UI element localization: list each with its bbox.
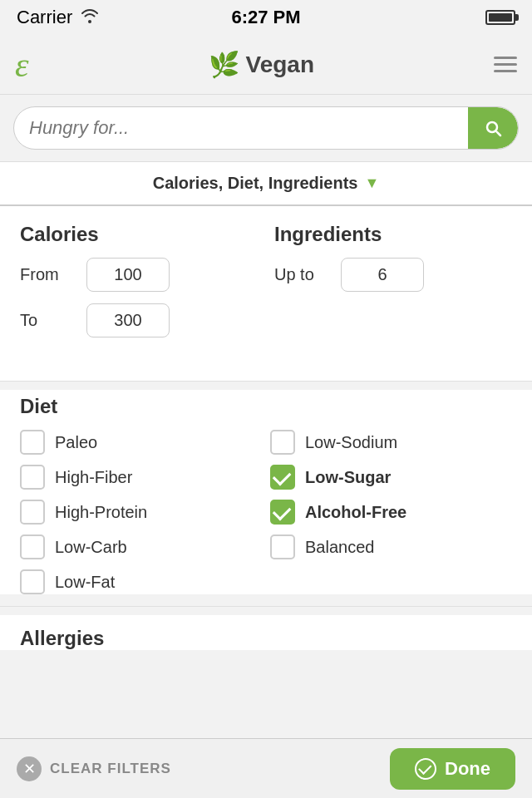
calories-to-row: To bbox=[20, 303, 258, 337]
filter-content: Calories From To Ingredients Up to bbox=[0, 206, 532, 381]
calories-from-row: From bbox=[20, 258, 258, 292]
search-container bbox=[0, 95, 532, 162]
checkbox-paleo bbox=[20, 430, 45, 455]
calories-to-input[interactable] bbox=[86, 303, 170, 337]
diet-item-low-sugar[interactable]: Low-Sugar bbox=[270, 465, 512, 490]
divider-1 bbox=[0, 381, 532, 382]
diet-label-high-protein: High-Protein bbox=[55, 503, 147, 522]
checkbox-low-fat bbox=[20, 569, 45, 594]
diet-item-high-protein[interactable]: High-Protein bbox=[20, 500, 262, 525]
diet-item-low-fat[interactable]: Low-Fat bbox=[20, 569, 262, 594]
search-button[interactable] bbox=[468, 107, 518, 149]
header: ε 🌿 Vegan bbox=[0, 35, 532, 95]
search-bar bbox=[13, 106, 519, 150]
calories-from-label: From bbox=[20, 265, 86, 284]
diet-section: Diet Paleo Low-Sodium High-Fiber Low-Sug… bbox=[0, 390, 532, 594]
divider-2 bbox=[0, 606, 532, 607]
checkbox-high-protein bbox=[20, 500, 45, 525]
allergies-section: Allergies bbox=[0, 615, 532, 650]
done-check-icon bbox=[415, 758, 436, 780]
diet-label-low-sodium: Low-Sodium bbox=[305, 433, 397, 452]
wifi-icon bbox=[81, 8, 99, 27]
menu-button[interactable] bbox=[494, 57, 517, 72]
logo-icon: ε bbox=[15, 47, 29, 82]
bottom-bar: ✕ CLEAR FILTERS Done bbox=[0, 738, 532, 798]
ingredients-upto-label: Up to bbox=[274, 265, 341, 284]
status-bar: Carrier 6:27 PM bbox=[0, 0, 532, 35]
ingredients-title: Ingredients bbox=[274, 223, 512, 246]
checkbox-low-sugar bbox=[270, 465, 295, 490]
diet-item-alcohol-free[interactable]: Alcohol-Free bbox=[270, 500, 512, 525]
calories-to-label: To bbox=[20, 311, 86, 330]
brand-area: 🌿 Vegan bbox=[209, 50, 314, 79]
clear-filters-label: CLEAR FILTERS bbox=[50, 761, 171, 777]
diet-label-high-fiber: High-Fiber bbox=[55, 468, 132, 487]
ingredients-upto-input[interactable] bbox=[341, 258, 424, 292]
diet-label-low-sugar: Low-Sugar bbox=[305, 468, 391, 487]
checkbox-low-sodium bbox=[270, 430, 295, 455]
diet-item-high-fiber[interactable]: High-Fiber bbox=[20, 465, 262, 490]
filter-toggle-label: Calories, Diet, Ingredients bbox=[153, 174, 358, 193]
search-input[interactable] bbox=[14, 107, 468, 149]
clear-filters-button[interactable]: ✕ CLEAR FILTERS bbox=[17, 756, 171, 781]
search-icon bbox=[483, 117, 503, 139]
diet-label-paleo: Paleo bbox=[55, 433, 97, 452]
ingredients-section: Ingredients Up to bbox=[258, 223, 512, 349]
menu-line-3 bbox=[494, 70, 517, 72]
calories-from-input[interactable] bbox=[86, 258, 170, 292]
logo-area: ε bbox=[15, 47, 29, 82]
calories-section: Calories From To bbox=[20, 223, 258, 349]
diet-item-paleo[interactable]: Paleo bbox=[20, 430, 262, 455]
calories-title: Calories bbox=[20, 223, 258, 246]
battery-icon bbox=[485, 10, 515, 25]
brand-name: Vegan bbox=[246, 52, 314, 78]
menu-line-2 bbox=[494, 63, 517, 66]
allergies-title: Allergies bbox=[20, 627, 512, 650]
leaf-icon: 🌿 bbox=[209, 50, 239, 79]
checkbox-balanced bbox=[270, 534, 295, 559]
checkbox-low-carb bbox=[20, 534, 45, 559]
filter-toggle[interactable]: Calories, Diet, Ingredients ▼ bbox=[0, 162, 532, 206]
ingredients-upto-row: Up to bbox=[274, 258, 512, 292]
diet-item-low-sodium[interactable]: Low-Sodium bbox=[270, 430, 512, 455]
menu-line-1 bbox=[494, 57, 517, 59]
clear-icon: ✕ bbox=[17, 756, 42, 781]
diet-item-balanced[interactable]: Balanced bbox=[270, 534, 512, 559]
calories-ingredients-row: Calories From To Ingredients Up to bbox=[20, 223, 512, 349]
filter-arrow-icon: ▼ bbox=[364, 175, 379, 192]
diet-label-alcohol-free: Alcohol-Free bbox=[305, 503, 406, 522]
diet-item-low-carb[interactable]: Low-Carb bbox=[20, 534, 262, 559]
diet-label-balanced: Balanced bbox=[305, 538, 374, 557]
done-button[interactable]: Done bbox=[390, 748, 515, 790]
diet-label-low-carb: Low-Carb bbox=[55, 538, 127, 557]
diet-label-low-fat: Low-Fat bbox=[55, 573, 115, 592]
checkbox-alcohol-free bbox=[270, 500, 295, 525]
diet-grid: Paleo Low-Sodium High-Fiber Low-Sugar Hi… bbox=[20, 430, 512, 594]
carrier-text: Carrier bbox=[17, 7, 72, 28]
checkbox-high-fiber bbox=[20, 465, 45, 490]
diet-title: Diet bbox=[20, 390, 512, 430]
status-time: 6:27 PM bbox=[231, 7, 300, 28]
done-label: Done bbox=[445, 758, 490, 780]
